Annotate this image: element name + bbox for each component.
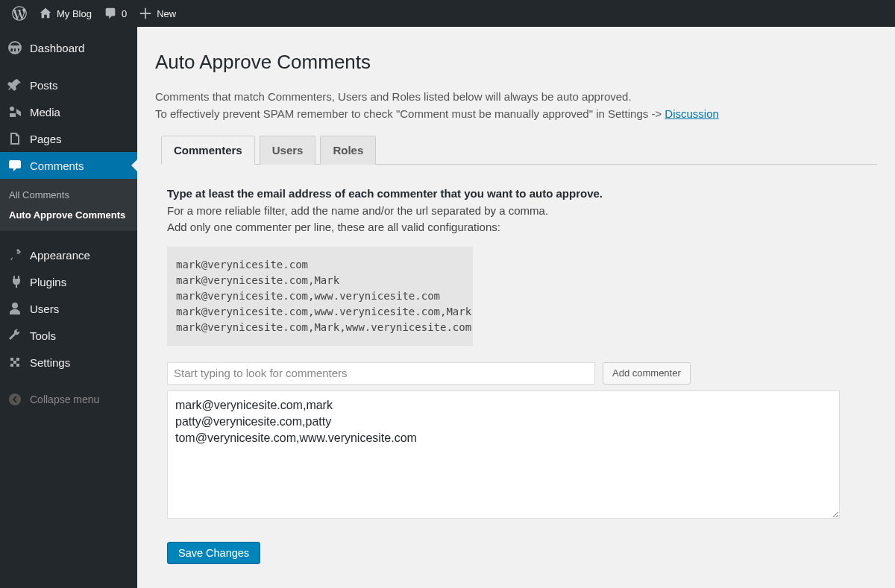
- instructions: Type at least the email address of each …: [167, 186, 865, 236]
- menu-comments[interactable]: Comments: [0, 152, 137, 179]
- menu-posts[interactable]: Posts: [0, 72, 137, 98]
- page-title: Auto Approve Comments: [155, 51, 877, 74]
- svg-point-0: [9, 393, 21, 405]
- settings-icon: [7, 355, 22, 370]
- site-name: My Blog: [57, 8, 92, 19]
- admin-bar: My Blog 0 New: [0, 0, 895, 27]
- page-intro: Comments that match Commenters, Users an…: [155, 89, 877, 122]
- users-icon: [7, 301, 22, 316]
- menu-settings[interactable]: Settings: [0, 349, 137, 376]
- menu-plugins[interactable]: Plugins: [0, 268, 137, 295]
- tabs: Commenters Users Roles: [161, 136, 877, 165]
- discussion-link[interactable]: Discussion: [665, 107, 719, 120]
- tab-roles[interactable]: Roles: [320, 136, 376, 165]
- comments-link[interactable]: 0: [98, 0, 133, 27]
- plugin-icon: [7, 274, 22, 289]
- commenters-textarea[interactable]: [167, 391, 840, 519]
- menu-appearance[interactable]: Appearance: [0, 241, 137, 268]
- menu-dashboard[interactable]: Dashboard: [0, 34, 137, 61]
- pin-icon: [7, 78, 22, 92]
- menu-tools[interactable]: Tools: [0, 322, 137, 349]
- submenu-all-comments[interactable]: All Comments: [0, 185, 137, 205]
- save-button[interactable]: Save Changes: [167, 542, 260, 564]
- collapse-icon: [7, 392, 22, 407]
- wp-logo[interactable]: [6, 0, 33, 27]
- menu-pages[interactable]: Pages: [0, 125, 137, 152]
- dashboard-icon: [7, 40, 22, 55]
- tab-commenters[interactable]: Commenters: [161, 136, 255, 165]
- pages-icon: [7, 131, 22, 146]
- submenu-comments: All Comments Auto Approve Comments: [0, 179, 137, 231]
- commenter-lookup-input[interactable]: [167, 362, 595, 385]
- menu-users[interactable]: Users: [0, 295, 137, 322]
- new-content-link[interactable]: New: [133, 0, 182, 27]
- home-icon: [39, 7, 52, 20]
- active-indicator: [131, 159, 137, 171]
- tab-users[interactable]: Users: [260, 136, 316, 165]
- comments-icon: [7, 158, 22, 173]
- add-commenter-button[interactable]: Add commenter: [603, 362, 691, 385]
- site-name-link[interactable]: My Blog: [33, 0, 98, 27]
- menu-media[interactable]: Media: [0, 98, 137, 125]
- submenu-auto-approve[interactable]: Auto Approve Comments: [0, 205, 137, 225]
- comment-icon: [104, 7, 117, 20]
- plus-icon: [139, 7, 152, 20]
- admin-sidebar: Dashboard Posts Media Pages Comments All…: [0, 27, 137, 588]
- tools-icon: [7, 328, 22, 343]
- collapse-menu[interactable]: Collapse menu: [0, 386, 137, 413]
- main-content: Auto Approve Comments Comments that matc…: [137, 27, 895, 588]
- media-icon: [7, 104, 22, 119]
- wordpress-icon: [12, 6, 27, 21]
- appearance-icon: [7, 247, 22, 262]
- commenters-panel: Type at least the email address of each …: [155, 165, 877, 564]
- comment-count: 0: [122, 8, 127, 19]
- new-label: New: [157, 8, 176, 19]
- config-examples: mark@verynicesite.com mark@verynicesite.…: [167, 247, 473, 346]
